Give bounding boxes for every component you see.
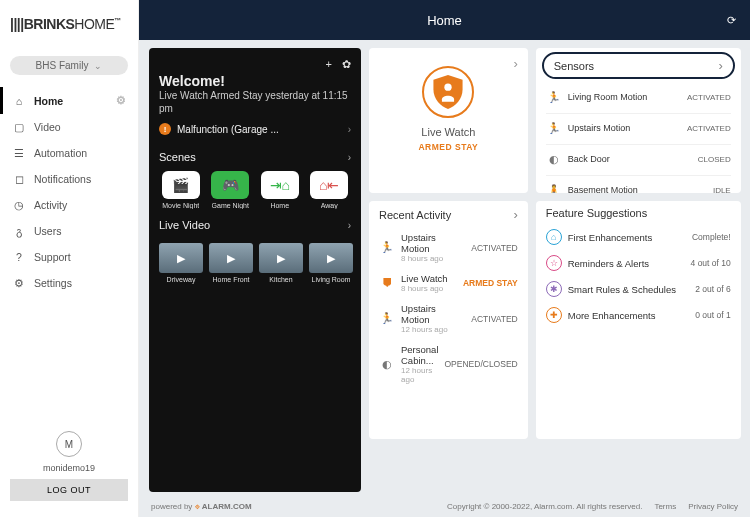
home-icon: ⌂ [12,95,26,107]
rules-icon: ✱ [546,281,562,297]
privacy-link[interactable]: Privacy Policy [688,502,738,511]
chevron-right-icon: › [718,58,722,73]
chevron-down-icon: ⌄ [94,61,102,71]
activity-row[interactable]: ◐Personal Cabin...12 hours agoOPENED/CLO… [379,340,518,388]
clock-icon: ◷ [12,199,26,211]
gear-icon[interactable]: ⚙ [116,94,126,107]
welcome-title: Welcome! [159,73,351,89]
feature-row[interactable]: ☆Reminders & Alerts4 out of 10 [546,251,731,275]
page-title: Home [427,13,462,28]
nav-video[interactable]: ▢Video [0,114,138,140]
camera-icon: ▢ [12,121,26,133]
alarm-logo: ⟐ [195,502,202,511]
recent-activity-card: Recent Activity› 🏃Upstairs Motion8 hours… [369,201,528,439]
running-icon: 🏃 [546,120,562,136]
activity-row[interactable]: ⛊Live Watch8 hours agoARMED STAY [379,269,518,297]
topbar: Home ⟳ [139,0,750,40]
settings-icon: ⚙ [12,277,26,289]
nav-notifications[interactable]: ◻Notifications [0,166,138,192]
away-scene-icon: ⌂⇤ [310,171,348,199]
home-scene-icon: ⇥⌂ [261,171,299,199]
scene-away[interactable]: ⌂⇤Away [308,171,352,209]
nav-activity[interactable]: ◷Activity [0,192,138,218]
feature-row[interactable]: ✱Smart Rules & Schedules2 out of 6 [546,277,731,301]
shield-icon: ⛊ [379,275,395,291]
door-icon: ◐ [379,356,395,372]
system-status: ARMED STAY [418,142,478,152]
activity-row[interactable]: 🏃Upstairs Motion8 hours agoACTIVATED [379,228,518,267]
video-kitchen[interactable]: ▶Kitchen [259,243,303,283]
sidebar: ||||BRINKSHOME™ BHS Family⌄ ⌂Home⚙ ▢Vide… [0,0,139,517]
video-driveway[interactable]: ▶Driveway [159,243,203,283]
logout-button[interactable]: LOG OUT [10,479,128,501]
nav-settings[interactable]: ⚙Settings [0,270,138,296]
scene-movie-night[interactable]: 🎬Movie Night [159,171,203,209]
door-icon: ◐ [546,151,562,167]
play-icon: ▶ [159,243,203,273]
copyright: Copyright © 2000-2022, Alarm.com. All ri… [447,502,642,511]
home-icon: ⌂ [546,229,562,245]
notification-icon: ◻ [12,173,26,185]
more-icon: ✚ [546,307,562,323]
scene-game-night[interactable]: 🎮Game Night [209,171,253,209]
help-icon: ? [12,251,26,263]
video-living-room[interactable]: ▶Living Room [309,243,353,283]
scenes-header[interactable]: Scenes› [159,151,351,163]
svg-point-0 [445,84,452,91]
game-icon: 🎮 [211,171,249,199]
terms-link[interactable]: Terms [654,502,676,511]
refresh-icon[interactable]: ⟳ [727,14,736,27]
nav-home[interactable]: ⌂Home⚙ [0,87,138,114]
users-icon: გ [12,225,26,237]
nav-automation[interactable]: ☰Automation [0,140,138,166]
film-icon: 🎬 [162,171,200,199]
sensor-row[interactable]: 🏃Upstairs MotionACTIVATED [546,113,731,142]
equalizer-icon: ☰ [12,147,26,159]
nav-list: ⌂Home⚙ ▢Video ☰Automation ◻Notifications… [0,87,138,296]
malfunction-row[interactable]: ! Malfunction (Garage ... › [159,123,351,135]
chevron-right-icon: › [348,124,351,135]
nav-support[interactable]: ?Support [0,244,138,270]
avatar[interactable]: M [56,431,82,457]
scene-home[interactable]: ⇥⌂Home [258,171,302,209]
sensor-row[interactable]: 🏃Living Room MotionACTIVATED [546,83,731,111]
shield-icon [422,66,474,118]
chevron-right-icon: › [348,152,351,163]
activity-row[interactable]: 🏃Upstairs Motion12 hours agoACTIVATED [379,299,518,338]
sensor-row[interactable]: 🧍Basement MotionIDLE [546,175,731,193]
running-icon: 🏃 [546,89,562,105]
feature-row[interactable]: ✚More Enhancements0 out of 1 [546,303,731,327]
welcome-subtitle: Live Watch Armed Stay yesterday at 11:15… [159,89,351,115]
chevron-right-icon: › [348,220,351,231]
chevron-right-icon: › [513,56,517,71]
play-icon: ▶ [309,243,353,273]
live-video-header[interactable]: Live Video› [159,219,351,231]
system-name: Live Watch [421,126,475,138]
gear-icon[interactable]: ✿ [342,58,351,71]
person-icon: 🧍 [546,182,562,193]
footer: powered by ⟐ ALARM.COM Copyright © 2000-… [139,492,750,517]
sensors-card: Sensors› 🏃Living Room MotionACTIVATED 🏃U… [536,48,741,193]
welcome-card: + ✿ Welcome! Live Watch Armed Stay yeste… [149,48,361,492]
account-selector[interactable]: BHS Family⌄ [10,56,128,75]
chevron-right-icon: › [513,207,517,222]
recent-activity-header[interactable]: Recent Activity› [369,201,528,228]
features-header[interactable]: Feature Suggestions [536,201,741,225]
feature-suggestions-card: Feature Suggestions ⌂First EnhancementsC… [536,201,741,439]
nav-users[interactable]: გUsers [0,218,138,244]
system-status-card[interactable]: › Live Watch ARMED STAY [369,48,528,193]
sensors-header[interactable]: Sensors› [542,52,735,79]
running-icon: 🏃 [379,311,395,327]
video-home-front[interactable]: ▶Home Front [209,243,253,283]
play-icon: ▶ [259,243,303,273]
play-icon: ▶ [209,243,253,273]
add-icon[interactable]: + [326,58,332,71]
username-label: monidemo19 [43,463,95,473]
running-icon: 🏃 [379,240,395,256]
sensor-row[interactable]: ◐Back DoorCLOSED [546,144,731,173]
brand-logo: ||||BRINKSHOME™ [0,8,138,36]
bell-icon: ☆ [546,255,562,271]
feature-row[interactable]: ⌂First EnhancementsComplete! [546,225,731,249]
warning-icon: ! [159,123,171,135]
